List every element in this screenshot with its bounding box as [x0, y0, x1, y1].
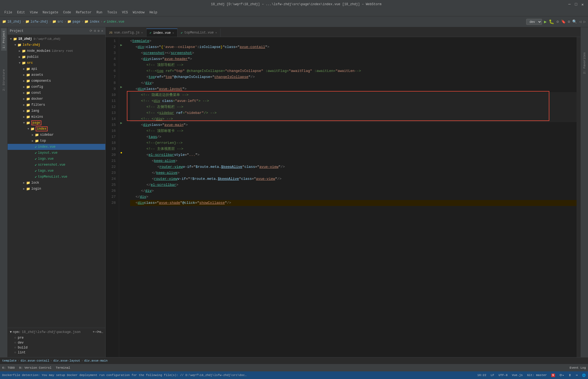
right-scrollbar[interactable] — [577, 37, 580, 357]
code-content[interactable]: <template> <div :class="{'avue--collapse… — [127, 37, 577, 357]
tree-item-logo-vue[interactable]: ✔ logo.vue — [8, 156, 105, 162]
tree-item-public[interactable]: ▶ 📁 public — [8, 54, 105, 60]
collapse-all-icon[interactable]: ⊟ — [94, 29, 96, 33]
maximize-button[interactable]: □ — [574, 2, 578, 7]
bc-index[interactable]: index — [90, 20, 99, 24]
tree-item-const[interactable]: ▶ 📁 const — [8, 90, 105, 96]
tab-close-icon[interactable]: ✕ — [172, 31, 174, 35]
menu-vcs[interactable]: VCS — [120, 10, 130, 15]
breadcrumb: 📁 18_zhdj › 📁 lsfw-zhdj › 📁 src › 📁 page… — [2, 20, 124, 24]
forward-button[interactable]: ▷ — [584, 19, 586, 24]
menu-file[interactable]: File — [2, 10, 14, 15]
ime-label: 中• — [559, 373, 564, 377]
menu-bar: File Edit View Navigate Code Refactor Ru… — [0, 9, 588, 16]
npm-script-build[interactable]: ○ build — [8, 345, 105, 350]
tab-topmenulist[interactable]: ✔ topMenuList.vue ✕ — [177, 29, 220, 37]
menu-view[interactable]: View — [28, 10, 40, 15]
npm-script-dev[interactable]: ○ dev — [8, 340, 105, 345]
bc-page[interactable]: page — [72, 20, 80, 24]
structure-tab[interactable]: 2: Structure — [1, 67, 7, 93]
todo-tab[interactable]: 6: TODO — [2, 366, 15, 369]
tab-close-icon[interactable]: ✕ — [141, 31, 143, 34]
tree-item-topmenulist-vue[interactable]: ✔ topMenuList.vue — [8, 174, 105, 180]
event-log-button[interactable]: Event Log — [570, 366, 586, 369]
npm-script-pre[interactable]: ○ pre — [8, 335, 105, 340]
debug-button[interactable]: 🐛 — [549, 19, 554, 25]
bc-contail[interactable]: div.avue-contail — [20, 359, 49, 362]
tree-item-node-modules[interactable]: ▶ 📁 node_modules library root — [8, 48, 105, 54]
menu-run[interactable]: Run — [94, 10, 105, 15]
tab-close-icon[interactable]: ✕ — [215, 31, 217, 34]
bc-file[interactable]: index.vue — [107, 20, 124, 24]
tree-item-lang[interactable]: ▶ 📁 lang — [8, 108, 105, 114]
bc-src[interactable]: src — [57, 20, 63, 24]
npm-scripts: ○ pre ○ dev ○ build ○ lint — [8, 335, 105, 356]
menu-window[interactable]: Window — [131, 10, 147, 15]
tree-item-page[interactable]: ▼ 📁 page — [8, 120, 105, 126]
terminal-tab[interactable]: Terminal — [56, 366, 70, 369]
tree-item-assets[interactable]: ▶ 📁 assets — [8, 72, 105, 78]
bookmark-button[interactable]: 🔖 — [561, 19, 566, 24]
tree-item-18zhdj[interactable]: ▼ 📁 18_zhdj D:\wqrf\18_zhdj — [8, 36, 105, 42]
tree-item-src[interactable]: ▼ 📁 src — [8, 60, 105, 66]
search-button[interactable]: 🔍 — [572, 19, 577, 24]
version-control-tab[interactable]: 9: Version Control — [19, 366, 51, 369]
tree-item-docker[interactable]: ▶ 📁 docker — [8, 96, 105, 102]
run-config-dropdown[interactable]: dev — [526, 19, 542, 25]
bc-template[interactable]: template — [2, 359, 17, 362]
npm-header[interactable]: ▼ npm: 18_zhdj\lsfw-zhdj\package.json + … — [8, 329, 105, 335]
menu-refactor[interactable]: Refactor — [74, 10, 94, 15]
settings-panel-icon[interactable]: ⚙ — [98, 29, 100, 33]
tree-item-mixins[interactable]: ▶ 📁 mixins — [8, 114, 105, 120]
add-script-icon[interactable]: + — [93, 330, 94, 334]
tree-item-index-folder[interactable]: ▼ 📁 index — [8, 126, 105, 132]
run-button[interactable]: ▶ — [544, 19, 547, 25]
tree-item-api[interactable]: ▶ 📁 api — [8, 66, 105, 72]
menu-tools[interactable]: Tools — [105, 10, 119, 15]
tree-item-index-vue[interactable]: ✔ index.vue — [8, 144, 105, 150]
tab-index-vue[interactable]: ✔ index.vue ✕ — [146, 29, 177, 37]
bc-main[interactable]: div.avue-main — [84, 359, 108, 362]
close-panel-icon[interactable]: ✕ — [101, 29, 103, 33]
sync-icon[interactable]: ⟳ — [90, 29, 92, 33]
tree-item-login[interactable]: ▶ 📁 login — [8, 186, 105, 192]
bc-sep: › — [81, 359, 83, 362]
tree-item-lsfw[interactable]: ▼ 📁 lsfw-zhdj — [8, 42, 105, 48]
menu-edit[interactable]: Edit — [15, 10, 27, 15]
bc-lsfw[interactable]: lsfw-zhdj — [30, 20, 48, 24]
bc-project[interactable]: 18_zhdj — [7, 20, 21, 24]
coverage-button[interactable]: ⚙ — [556, 19, 559, 24]
menu-help[interactable]: Help — [147, 10, 160, 15]
bc-layout[interactable]: div.avue-layout — [53, 359, 80, 362]
tree-item-components[interactable]: ▶ 📁 components — [8, 78, 105, 84]
expand-arrow: ▶ — [22, 109, 26, 113]
close-button[interactable]: ✕ — [580, 2, 585, 7]
menu-navigate[interactable]: Navigate — [40, 10, 60, 15]
window-title: 18_zhdj [D:\wqrf\18_zhdj] – ...\lsfw-zhd… — [25, 2, 567, 6]
settings-button[interactable]: ⚙ — [568, 19, 570, 24]
folder-icon: 📁 — [17, 43, 22, 47]
tree-item-config[interactable]: ▶ 📁 config — [8, 84, 105, 90]
project-tab[interactable]: 1: Project — [1, 28, 7, 51]
tree-item-top[interactable]: ▶ 📁 top — [8, 138, 105, 144]
tree-item-tags-vue[interactable]: ✔ tags.vue — [8, 168, 105, 174]
tree-item-filters[interactable]: ▶ 📁 filters — [8, 102, 105, 108]
refresh-scripts-icon[interactable]: ⟳ — [97, 330, 99, 334]
expand-arrow: ▶ — [22, 73, 26, 77]
npm-settings-icon[interactable]: ⚙ — [99, 330, 101, 334]
tree-item-layout-vue[interactable]: ✔ layout.vue — [8, 150, 105, 156]
favorites-tab[interactable]: 2: Favorites — [582, 50, 587, 76]
tree-item-lock[interactable]: ▶ 📁 lock — [8, 180, 105, 186]
minimize-button[interactable]: ─ — [567, 2, 572, 7]
tree-item-sidebar[interactable]: ▶ 📁 sidebar — [8, 132, 105, 138]
npm-script-lint[interactable]: ○ lint — [8, 350, 105, 355]
folder-icon: 📁 — [26, 187, 30, 191]
back-button[interactable]: ◁ — [579, 19, 581, 24]
dot-icon: ○ — [14, 346, 16, 350]
npm-more-icon[interactable]: … — [101, 330, 103, 334]
window-controls[interactable]: ─ □ ✕ — [567, 2, 585, 7]
tab-vue-config[interactable]: JS vue.config.js ✕ — [106, 29, 146, 37]
remove-script-icon[interactable]: − — [94, 330, 96, 334]
menu-code[interactable]: Code — [61, 10, 73, 15]
tree-item-screenshot-vue[interactable]: ✔ screenshot.vue — [8, 162, 105, 168]
